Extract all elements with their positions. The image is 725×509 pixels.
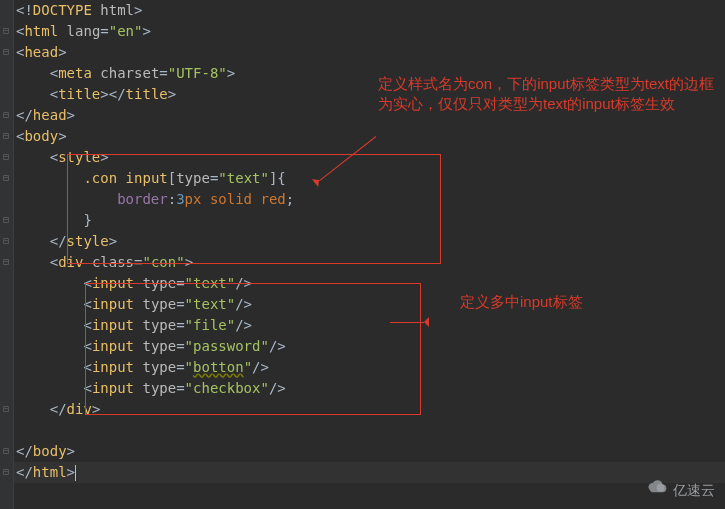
fold-marker[interactable]: ⊟ xyxy=(3,446,9,456)
annotation-arrow-style xyxy=(319,136,376,181)
fold-marker[interactable]: ⊟ xyxy=(3,173,9,183)
code-line[interactable]: </style> xyxy=(16,231,294,252)
fold-marker[interactable]: ⊟ xyxy=(3,110,9,120)
annotation-arrowhead-inputs xyxy=(419,317,429,327)
code-line[interactable]: <html lang="en"> xyxy=(16,21,294,42)
code-line[interactable] xyxy=(16,420,294,441)
fold-marker[interactable]: ⊟ xyxy=(3,26,9,36)
annotation-text-style: 定义样式名为con，下的input标签类型为text的边框为实心，仅仅只对类型为… xyxy=(378,74,718,114)
code-line[interactable]: .con input[type="text"]{ xyxy=(16,168,294,189)
watermark-text: 亿速云 xyxy=(673,480,715,501)
code-line[interactable]: </div> xyxy=(16,399,294,420)
svg-point-0 xyxy=(657,484,665,492)
fold-marker[interactable]: ⊟ xyxy=(3,404,9,414)
annotation-arrow-inputs xyxy=(390,322,424,323)
code-line[interactable]: <input type="text"/> xyxy=(16,294,294,315)
code-area[interactable]: <!DOCTYPE html><html lang="en"><head> <m… xyxy=(16,0,294,483)
fold-marker[interactable]: ⊟ xyxy=(3,152,9,162)
code-line[interactable]: <!DOCTYPE html> xyxy=(16,0,294,21)
code-line[interactable]: <title></title> xyxy=(16,84,294,105)
code-line[interactable]: </head> xyxy=(16,105,294,126)
watermark: 亿速云 xyxy=(643,479,715,501)
fold-marker[interactable]: ⊟ xyxy=(3,131,9,141)
text-caret xyxy=(75,465,76,481)
code-line[interactable]: <style> xyxy=(16,147,294,168)
code-line[interactable]: <input type="file"/> xyxy=(16,315,294,336)
code-line[interactable]: <input type="botton"/> xyxy=(16,357,294,378)
fold-marker[interactable]: ⊟ xyxy=(3,215,9,225)
fold-marker[interactable]: ⊟ xyxy=(3,47,9,57)
code-line[interactable]: <input type="text"/> xyxy=(16,273,294,294)
editor-gutter xyxy=(0,0,14,509)
code-line[interactable]: border:3px solid red; xyxy=(16,189,294,210)
annotation-text-inputs: 定义多中input标签 xyxy=(460,292,583,312)
code-line[interactable]: <div class="con"> xyxy=(16,252,294,273)
code-line[interactable]: <body> xyxy=(16,126,294,147)
code-line[interactable]: } xyxy=(16,210,294,231)
code-line[interactable]: </body> xyxy=(16,441,294,462)
fold-marker[interactable]: ⊟ xyxy=(3,467,9,477)
code-line[interactable]: </html> xyxy=(16,462,294,483)
code-line[interactable]: <head> xyxy=(16,42,294,63)
code-line[interactable]: <input type="password"/> xyxy=(16,336,294,357)
annotation-arrowhead-style xyxy=(312,173,326,187)
code-line[interactable]: <input type="checkbox"/> xyxy=(16,378,294,399)
fold-marker[interactable]: ⊟ xyxy=(3,236,9,246)
code-line[interactable]: <meta charset="UTF-8"> xyxy=(16,63,294,84)
cloud-icon xyxy=(643,479,669,501)
fold-marker[interactable]: ⊟ xyxy=(3,257,9,267)
